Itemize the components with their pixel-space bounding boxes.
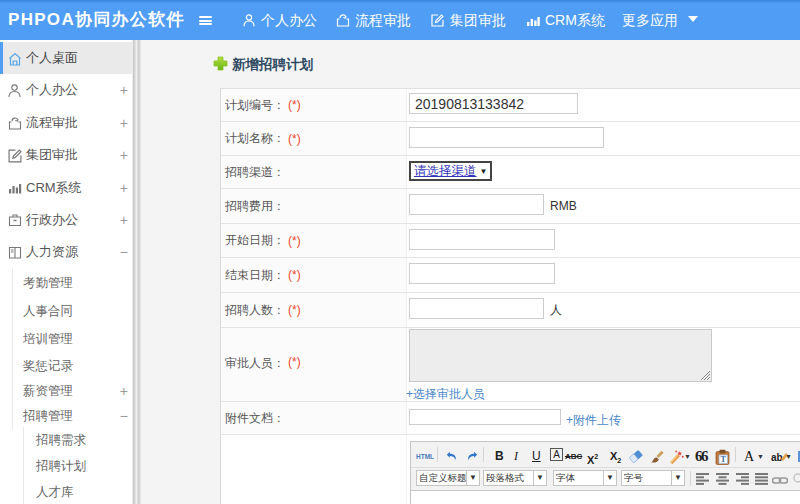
svg-text:ab: ab — [771, 452, 783, 463]
svg-text:T: T — [721, 455, 727, 464]
